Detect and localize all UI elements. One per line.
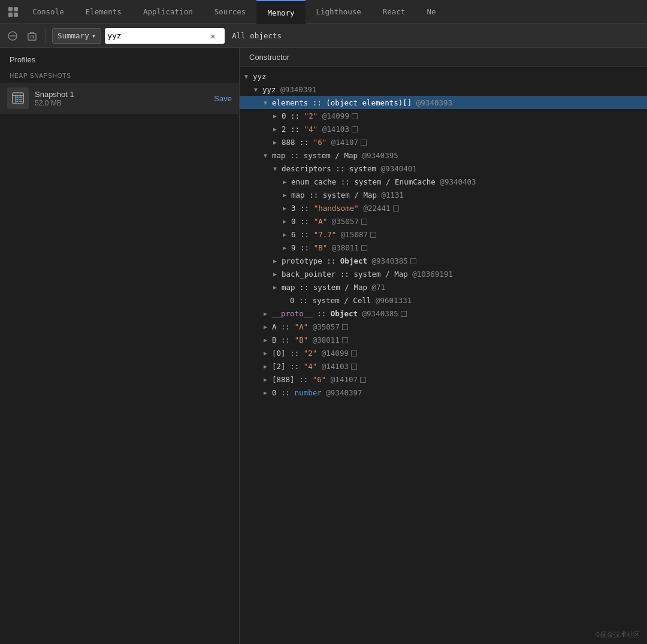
tree-row[interactable]: 6 :: "7.7" @15087 [240,228,647,241]
expand-arrow-icon[interactable] [273,284,282,291]
svg-rect-16 [16,96,18,98]
tree-row[interactable]: descriptors :: system @9340401 [240,162,647,175]
tree-row[interactable]: [888] :: "6" @14107 [240,373,647,386]
expand-arrow-icon[interactable] [283,244,291,251]
expand-arrow-icon[interactable] [264,323,272,330]
all-objects-label: All objects [232,31,282,40]
no-entry-button[interactable] [5,28,20,44]
tab-sources[interactable]: Sources [204,0,257,24]
tab-ne[interactable]: Ne [416,0,446,24]
tab-memory[interactable]: Memory [256,0,305,24]
dropdown-arrow-icon: ▾ [92,31,96,40]
expand-arrow-icon[interactable] [283,231,291,238]
tree-row[interactable]: [2] :: "4" @14103 [240,359,647,373]
tree-row[interactable]: 888 :: "6" @14107 [240,135,647,149]
expand-arrow-icon[interactable] [264,310,272,317]
svg-rect-20 [16,101,18,102]
sidebar-title: Profiles [0,48,239,69]
tree-row[interactable]: enum_cache :: system / EnumCache @934040… [240,175,647,188]
expand-arrow-icon[interactable] [283,205,291,211]
watermark: ©掘金技术社区 [595,630,640,639]
summary-dropdown[interactable]: Summary ▾ [52,28,101,44]
svg-rect-2 [8,13,13,17]
snapshot-save-button[interactable]: Save [214,94,232,103]
tree-view: yyz yyz @9340391 elements :: (object ele… [240,67,647,401]
tab-react[interactable]: React [372,0,416,24]
expand-arrow-icon[interactable] [264,350,272,356]
tree-row[interactable]: 2 :: "4" @14103 [240,122,647,135]
expand-arrow-icon[interactable] [273,271,282,277]
tree-row[interactable]: 0 :: number @9340397 [240,386,647,399]
expand-arrow-icon[interactable] [254,86,262,93]
tab-elements[interactable]: Elements [75,0,132,24]
expand-arrow-icon[interactable] [273,126,282,132]
toolbar: Summary ▾ ✕ All objects [0,24,647,48]
search-input[interactable] [107,31,209,40]
tree-row[interactable]: back_pointer :: system / Map @10369191 [240,267,647,280]
expand-arrow-icon[interactable] [264,363,272,370]
svg-rect-21 [19,101,22,102]
tree-row[interactable]: __proto__ :: Object @9340385 [240,307,647,320]
summary-label: Summary [58,31,89,40]
svg-rect-0 [8,7,13,11]
constructor-header: Constructor [240,48,647,67]
trash-button[interactable] [24,28,40,44]
svg-rect-18 [16,99,18,100]
svg-rect-1 [14,7,18,11]
expand-arrow-icon[interactable] [273,165,282,172]
expand-arrow-icon[interactable] [244,73,253,80]
tree-row[interactable]: 0 :: "2" @14099 [240,109,647,122]
expand-arrow-icon[interactable] [273,258,282,264]
svg-rect-3 [14,13,18,17]
tree-row[interactable]: 9 :: "B" @38011 [240,241,647,254]
tree-row[interactable]: prototype :: Object @9340385 [240,254,647,267]
tab-bar: Console Elements Application Sources Mem… [0,0,647,24]
sidebar: Profiles HEAP SNAPSHOTS Snapshot 1 52 [0,48,240,644]
expand-arrow-icon[interactable] [264,337,272,343]
svg-rect-17 [19,96,22,98]
expand-arrow-icon[interactable] [283,218,291,225]
snapshot-icon [7,87,29,109]
expand-arrow-icon[interactable] [264,152,272,159]
tree-row[interactable]: B :: "B" @38011 [240,333,647,346]
tree-row[interactable]: 0 :: system / Cell @9601331 [240,294,647,307]
content-panel: Constructor yyz yyz @9340391 elements ::… [240,48,647,644]
tab-console[interactable]: Console [22,0,75,24]
tree-row[interactable]: yyz @9340391 [240,83,647,96]
svg-rect-13 [13,93,23,104]
tree-row[interactable]: yyz [240,69,647,83]
expand-arrow-icon[interactable] [283,179,291,185]
expand-arrow-icon[interactable] [273,113,282,119]
snapshot-item[interactable]: Snapshot 1 52.0 MB Save [0,83,239,114]
expand-arrow-icon[interactable] [273,139,282,146]
tree-row[interactable]: [0] :: "2" @14099 [240,346,647,359]
expand-arrow-icon[interactable] [264,99,272,106]
tab-application[interactable]: Application [132,0,204,24]
search-clear-button[interactable]: ✕ [209,31,216,41]
snapshot-size: 52.0 MB [35,99,208,107]
toolbar-separator [46,29,46,43]
tree-row[interactable]: A :: "A" @35057 [240,320,647,333]
expand-arrow-icon[interactable] [264,376,272,383]
search-box[interactable]: ✕ [105,28,225,44]
tab-lighthouse[interactable]: Lighthouse [306,0,372,24]
tree-row[interactable]: map :: system / Map @1131 [240,188,647,201]
tree-row[interactable]: 3 :: "handsome" @22441 [240,201,647,214]
svg-rect-19 [19,99,22,100]
devtools-icon [5,0,22,24]
snapshot-name: Snapshot 1 [35,90,208,99]
expand-arrow-icon[interactable] [264,389,272,396]
tree-row[interactable]: map :: system / Map @9340395 [240,149,647,162]
snapshot-info: Snapshot 1 52.0 MB [35,90,208,107]
sidebar-section-header: HEAP SNAPSHOTS [0,69,239,83]
expand-arrow-icon[interactable] [283,192,291,198]
tree-row[interactable]: 0 :: "A" @35057 [240,214,647,228]
tree-row[interactable]: map :: system / Map @71 [240,280,647,294]
main-layout: Profiles HEAP SNAPSHOTS Snapshot 1 52 [0,48,647,644]
tree-row[interactable]: elements :: (object elements)[] @9340393 [240,96,647,109]
